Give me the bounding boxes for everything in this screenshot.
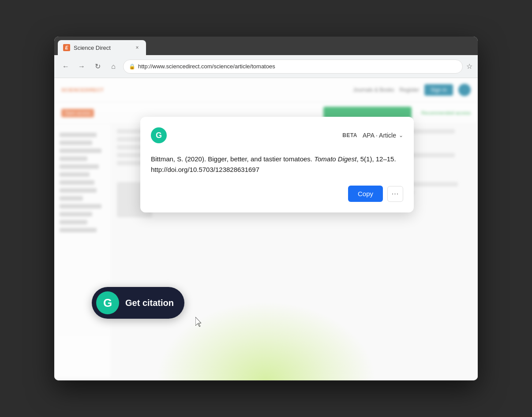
tab-title: Science Direct xyxy=(74,45,130,51)
citation-style-selector[interactable]: APA · Article ⌄ xyxy=(363,132,403,139)
bookmark-icon[interactable]: ☆ xyxy=(466,62,472,71)
grammarly-logo-icon: G xyxy=(151,127,167,143)
article-sidebar xyxy=(54,124,112,378)
citation-italic-text: Tomato Digest xyxy=(314,155,356,163)
citation-doi: http://doi.org/10.5703/123828631697 xyxy=(151,166,259,173)
citation-after-italic: , 5(1), 12–15. xyxy=(356,155,396,163)
citation-popup: G BETA APA · Article ⌄ Bittman, S. (2020… xyxy=(140,117,414,212)
browser-window: E Science Direct × ← → ↻ ⌂ 🔒 http://www.… xyxy=(54,37,478,380)
get-citation-button[interactable]: G Get citation xyxy=(92,287,184,319)
copy-button[interactable]: Copy xyxy=(348,186,383,202)
address-bar[interactable]: 🔒 http://www.sciencedirect.com/science/a… xyxy=(123,60,463,74)
forward-icon: → xyxy=(78,63,85,71)
page-content: ScienceDirect Journals & Books Register … xyxy=(54,78,478,380)
popup-header: G BETA APA · Article ⌄ xyxy=(151,127,403,143)
more-options-button[interactable]: ··· xyxy=(387,186,403,202)
get-citation-icon: G xyxy=(96,291,119,314)
journals-link: Journals & Books xyxy=(353,87,394,93)
address-bar-area: ← → ↻ ⌂ 🔒 http://www.sciencedirect.com/s… xyxy=(54,55,478,78)
lock-icon: 🔒 xyxy=(129,63,135,70)
beta-badge: BETA xyxy=(342,132,357,138)
tab-favicon: E xyxy=(63,44,70,51)
refresh-icon: ↻ xyxy=(95,62,101,71)
browser-tab[interactable]: E Science Direct × xyxy=(58,40,146,55)
signin-button[interactable]: Sign in xyxy=(424,84,453,96)
home-icon: ⌂ xyxy=(111,63,116,71)
chevron-down-icon: ⌄ xyxy=(399,132,403,138)
back-button[interactable]: ← xyxy=(60,60,72,73)
citation-plain-text: Bittman, S. (2020). Bigger, better, and … xyxy=(151,155,314,163)
sciencedirect-logo: ScienceDirect xyxy=(61,87,104,93)
url-text: http://www.sciencedirect.com/science/art… xyxy=(138,63,275,70)
open-access-badge: Open access xyxy=(61,109,94,117)
sciencedirect-header: ScienceDirect Journals & Books Register … xyxy=(54,78,478,102)
back-icon: ← xyxy=(62,63,69,71)
user-avatar xyxy=(458,84,471,96)
register-link: Register xyxy=(400,87,420,93)
forward-button[interactable]: → xyxy=(75,60,88,73)
citation-text: Bittman, S. (2020). Bigger, better, and … xyxy=(151,154,403,175)
header-right: Journals & Books Register Sign in xyxy=(353,84,471,96)
popup-actions: Copy ··· xyxy=(151,186,403,202)
tab-close-button[interactable]: × xyxy=(134,44,141,51)
access-text: Recommended access xyxy=(421,110,471,115)
title-bar: E Science Direct × xyxy=(54,37,478,55)
citation-style-label: APA · Article xyxy=(363,132,396,139)
refresh-button[interactable]: ↻ xyxy=(91,60,104,73)
home-button[interactable]: ⌂ xyxy=(107,60,120,73)
get-citation-label: Get citation xyxy=(125,298,174,308)
